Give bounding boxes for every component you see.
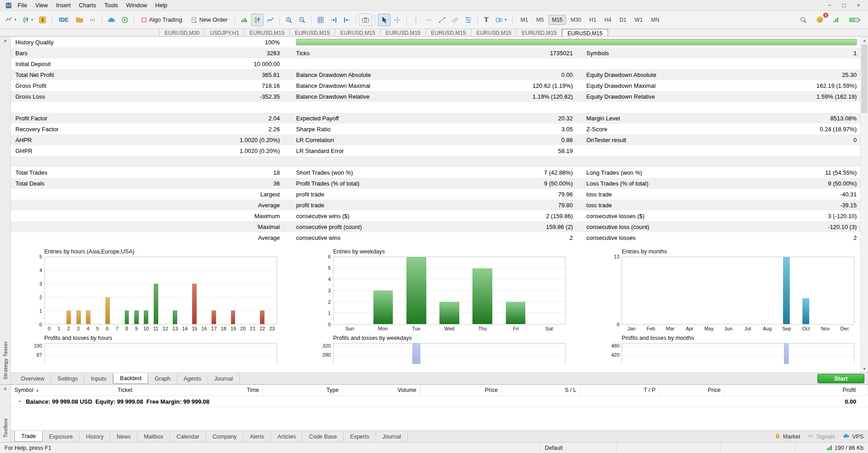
column-header-ticket-1[interactable]: Ticket <box>114 385 191 396</box>
toolbox-tab-trade[interactable]: Trade <box>14 431 42 442</box>
column-header-t-p-7[interactable]: T / P <box>580 385 660 396</box>
toolbox-tab-alerts[interactable]: Alerts <box>244 432 271 442</box>
chart-tab[interactable]: USDJPY,H1 <box>205 29 244 37</box>
screenshot-camera-icon[interactable] <box>359 14 372 26</box>
search-icon[interactable] <box>797 14 810 26</box>
timeframe-m30[interactable]: M30 <box>567 15 585 25</box>
column-header-type-3[interactable]: Type <box>263 385 343 396</box>
fibonacci-tool-icon[interactable] <box>462 14 475 26</box>
market-button[interactable]: Market <box>774 433 800 441</box>
menu-window[interactable]: Window <box>122 1 151 10</box>
menu-view[interactable]: View <box>31 1 52 10</box>
toolbox-tab-news[interactable]: News <box>110 432 137 442</box>
tester-close-icon[interactable]: × <box>4 38 7 44</box>
dollar-icon[interactable]: $ <box>36 14 49 26</box>
new-order-button[interactable]: New Order <box>187 14 232 26</box>
chart-tab[interactable]: EURUSD,M15 <box>290 29 335 37</box>
scroll-down-icon[interactable]: ▼ <box>861 365 868 372</box>
status-profile[interactable]: Default <box>540 443 617 453</box>
start-button[interactable]: Start <box>817 374 864 383</box>
cursor-tool-icon[interactable] <box>378 14 391 26</box>
tester-scrollbar[interactable]: ▲ ▼ <box>860 37 868 372</box>
zoom-in-icon[interactable] <box>283 14 295 26</box>
toolbox-tab-history[interactable]: History <box>80 432 110 442</box>
shift-left-icon[interactable] <box>340 14 353 26</box>
tester-tab-journal[interactable]: Journal <box>208 374 240 384</box>
timeframe-d1[interactable]: D1 <box>616 15 630 25</box>
chart-tab[interactable]: EURUSD,M15 <box>245 29 290 37</box>
ide-button[interactable]: IDE <box>55 14 73 26</box>
column-header-volume-4[interactable]: Volume <box>343 385 420 396</box>
chart-tab[interactable]: EURUSD,M15 <box>426 29 471 37</box>
tester-tab-graph[interactable]: Graph <box>148 374 177 384</box>
timeframe-w1[interactable]: W1 <box>631 15 646 25</box>
chart-tab[interactable]: EURUSD,M15 <box>517 29 562 37</box>
toolbox-tab-company[interactable]: Company <box>206 432 244 442</box>
toolbox-tab-articles[interactable]: Articles <box>271 432 302 442</box>
toolbox-tab-calendar[interactable]: Calendar <box>170 432 206 442</box>
column-header-price-8[interactable]: Price <box>660 385 725 396</box>
column-header-s-l-6[interactable]: S / L <box>502 385 580 396</box>
add-circle-icon[interactable] <box>118 14 131 26</box>
crosshair-tool-icon[interactable] <box>391 14 404 26</box>
tester-tab-overview[interactable]: Overview <box>14 374 51 384</box>
column-header-price-5[interactable]: Price <box>420 385 502 396</box>
menu-insert[interactable]: Insert <box>52 1 75 10</box>
tester-tab-backtest[interactable]: Backtest <box>113 373 148 384</box>
timeframe-m15[interactable]: M15 <box>548 15 566 25</box>
menu-charts[interactable]: Charts <box>75 1 100 10</box>
chart-tab[interactable]: EURUSD,M15 <box>562 29 608 37</box>
signals-button[interactable]: Signals <box>807 433 835 441</box>
vertical-line-tool-icon[interactable] <box>410 14 422 26</box>
horizontal-line-tool-icon[interactable] <box>423 14 435 26</box>
connection-levels-icon[interactable] <box>830 14 843 26</box>
tester-tab-inputs[interactable]: Inputs <box>85 374 113 384</box>
menu-tools[interactable]: Tools <box>100 1 122 10</box>
chart-tab[interactable]: EURUSD,M15 <box>472 29 517 37</box>
toolbox-tab-exposure[interactable]: Exposure <box>42 432 80 442</box>
menu-file[interactable]: File <box>14 1 31 10</box>
timeframe-h4[interactable]: H4 <box>601 15 615 25</box>
timeframe-m1[interactable]: M1 <box>517 15 532 25</box>
toolbox-tab-mailbox[interactable]: Mailbox <box>137 432 170 442</box>
channel-tool-icon[interactable] <box>449 14 462 26</box>
chart-objects-dropdown[interactable]: ▾ <box>3 14 19 26</box>
cloud-icon[interactable] <box>105 14 118 26</box>
shapes-dropdown[interactable]: ▾ <box>493 14 509 26</box>
chart-tab[interactable]: EURUSD,M15 <box>335 29 381 37</box>
bars-chart-mode-icon[interactable] <box>238 14 250 26</box>
restore-button[interactable]: □ <box>841 2 847 9</box>
broadcast-icon[interactable] <box>86 14 99 26</box>
toolbox-tab-journal[interactable]: Journal <box>376 432 408 442</box>
zoom-out-icon[interactable] <box>296 14 308 26</box>
close-button[interactable]: × <box>855 2 862 9</box>
toolbox-tab-code-base[interactable]: Code Base <box>302 432 344 442</box>
folder-icon[interactable] <box>73 14 86 26</box>
column-header-time-2[interactable]: Time <box>191 385 263 396</box>
candles-chart-mode-icon[interactable] <box>251 14 264 26</box>
scroll-up-icon[interactable]: ▲ <box>861 37 868 44</box>
chart-tab[interactable]: EURUSD,M30 <box>159 29 205 37</box>
line-chart-mode-icon[interactable] <box>264 14 277 26</box>
shift-right-icon[interactable] <box>327 14 340 26</box>
minimize-button[interactable]: − <box>826 2 833 9</box>
timeframe-m5[interactable]: M5 <box>533 15 547 25</box>
column-header-profit-9[interactable]: Profit <box>725 385 868 396</box>
timeframe-mn[interactable]: MN <box>647 15 663 25</box>
trendline-tool-icon[interactable] <box>436 14 448 26</box>
column-header-symbol-0[interactable]: Symbol▲ <box>11 385 114 396</box>
vps-button[interactable]: VPS <box>842 433 863 440</box>
menu-help[interactable]: Help <box>151 1 171 10</box>
algo-trading-button[interactable]: Algo Trading <box>137 14 186 26</box>
community-icon[interactable]: 1 <box>813 14 826 26</box>
tester-tab-settings[interactable]: Settings <box>51 374 85 384</box>
tester-tab-agents[interactable]: Agents <box>177 374 208 384</box>
chart-template-dropdown[interactable]: ▾ <box>19 14 36 26</box>
chart-tab[interactable]: EURUSD,M15 <box>381 29 426 37</box>
scroll-thumb[interactable] <box>862 45 867 113</box>
timeframe-h1[interactable]: H1 <box>586 15 600 25</box>
grid-icon[interactable] <box>314 14 327 26</box>
text-tool-icon[interactable]: T <box>481 14 492 26</box>
toolbox-tab-experts[interactable]: Experts <box>344 432 376 442</box>
toolbox-close-icon[interactable]: × <box>4 386 7 392</box>
